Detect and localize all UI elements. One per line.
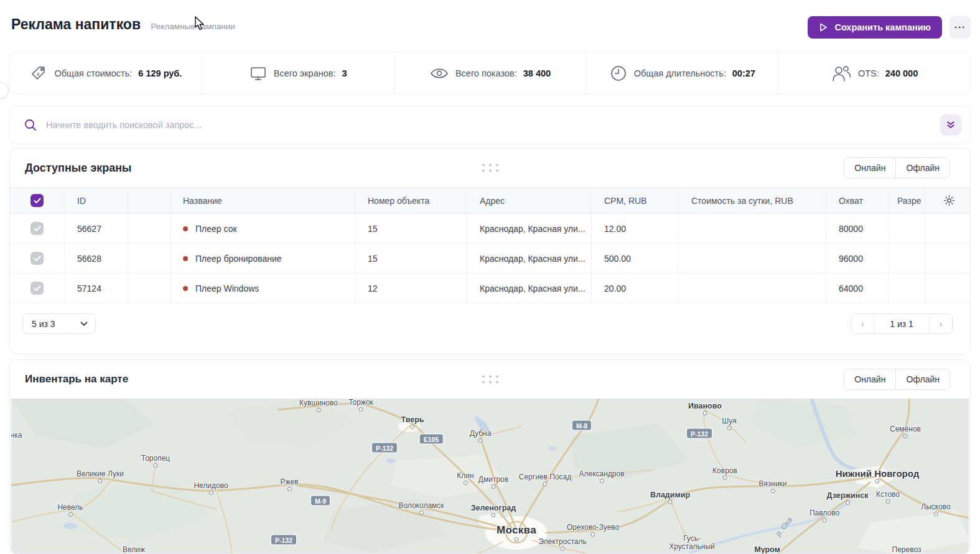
row-checkbox[interactable] [30, 282, 44, 295]
road-badge: Р-132 [271, 535, 296, 545]
search-input[interactable] [46, 120, 940, 130]
table-footer: 5 из 3 ‹ 1 из 1 › [10, 303, 970, 344]
table-row[interactable]: 56627 Плеер сок 15 Краснодар, Красная ул… [10, 214, 970, 244]
stat-value: 3 [342, 68, 347, 78]
offline-button[interactable]: Офлайн [896, 369, 950, 389]
cell-name: Плеер бронирование [170, 244, 355, 273]
status-dot-icon [183, 256, 188, 261]
prev-page-button[interactable]: ‹ [851, 314, 874, 333]
stat-label: OTS: [858, 68, 879, 78]
inventory-map-panel: Инвентарь на карте Онлайн Офлайн [9, 359, 971, 554]
table-row[interactable]: 56628 Плеер бронирование 15 Краснодар, К… [10, 244, 970, 274]
stat-value: 38 400 [523, 68, 551, 78]
stat-label: Общая длительность: [634, 68, 726, 78]
map-label: Перевоз [892, 545, 922, 553]
cell-id: 56627 [65, 214, 128, 243]
road-badge: Е105 [420, 435, 443, 444]
gear-icon[interactable] [943, 194, 956, 207]
next-page-button[interactable]: › [930, 314, 952, 333]
cell-resolution [889, 274, 926, 303]
drag-handle-icon[interactable] [482, 376, 498, 384]
available-screens-header: Доступные экраны Онлайн Офлайн [10, 149, 970, 187]
row-checkbox-cell [10, 214, 65, 243]
sidebar-collapse-handle[interactable] [0, 81, 9, 99]
cell-empty [128, 244, 170, 273]
page-size-select[interactable]: 5 из 3 [22, 313, 96, 334]
stat-value: 6 129 руб. [138, 68, 182, 78]
column-header-id: ID [65, 188, 128, 213]
map-label: Александров [579, 469, 624, 478]
map-label: Лысково [921, 502, 950, 511]
cell-address: Краснодар, Красная ули... [467, 214, 592, 243]
row-checkbox-cell [10, 274, 65, 303]
offline-button[interactable]: Офлайн [896, 158, 950, 178]
table-header-checkbox-cell [10, 188, 65, 213]
table-row[interactable]: 57124 Плеер Windows 12 Краснодар, Красна… [10, 274, 970, 303]
panel-title: Инвентарь на карте [25, 373, 128, 385]
cell-address: Краснодар, Красная ули... [467, 274, 592, 303]
map-label: Москва [497, 524, 536, 537]
map-label: Торопец [141, 454, 170, 463]
stats-bar: $ Общая стоимость: 6 129 руб. Всего экра… [9, 52, 971, 95]
cell-reach: 96000 [826, 244, 889, 273]
column-header-empty [128, 188, 170, 213]
price-tag-icon: $ [29, 64, 48, 83]
stat-value: 00:27 [732, 68, 755, 78]
map-label: Иваново [688, 402, 722, 410]
cell-id: 57124 [65, 274, 128, 303]
row-checkbox[interactable] [30, 222, 44, 235]
road-badge: Р-132 [687, 429, 712, 438]
page-title: Реклама напитков [11, 16, 141, 33]
map-label: Невель [57, 503, 83, 512]
search-bar [9, 106, 971, 144]
column-header-object-number: Номер объекта [355, 188, 467, 213]
campaign-page: Реклама напитков Рекламные кампании Сохр… [0, 0, 980, 554]
map-label: Шуя [722, 417, 736, 425]
road-badge: Р-132 [372, 443, 397, 453]
map-label: Дзержинск [827, 491, 869, 500]
cell-actions [926, 214, 970, 243]
map-label: Клин [457, 471, 474, 480]
online-offline-toggle: Онлайн Офлайн [844, 369, 950, 390]
map-label: Нелидово [194, 481, 228, 490]
online-button[interactable]: Онлайн [844, 369, 896, 389]
cell-empty [128, 274, 170, 303]
cell-cpm: 500.00 [592, 244, 679, 273]
map-label: Торжок [348, 399, 373, 407]
row-checkbox[interactable] [30, 252, 44, 265]
status-dot-icon [183, 286, 188, 291]
select-all-checkbox[interactable] [30, 194, 44, 207]
map-label: Орехово-Зуево [567, 523, 620, 532]
status-dot-icon [183, 226, 188, 231]
more-actions-button[interactable]: ··· [950, 16, 971, 39]
eye-icon [429, 66, 449, 81]
map-label: Кстово [876, 490, 900, 499]
cell-daily-cost [679, 214, 826, 243]
screen-name: Плеер бронирование [195, 254, 282, 264]
table-settings-cell [926, 188, 970, 213]
online-button[interactable]: Онлайн [844, 158, 896, 178]
drag-handle-icon[interactable] [482, 164, 498, 172]
cell-cpm: 20.00 [592, 274, 679, 303]
cell-cpm: 12.00 [592, 214, 679, 243]
available-screens-panel: Доступные экраны Онлайн Офлайн ID Назван… [9, 148, 971, 354]
column-header-cpm: CPM, RUB [592, 188, 679, 213]
stat-ots: OTS: 240 000 [778, 52, 970, 94]
cell-address: Краснодар, Красная ули... [467, 244, 592, 273]
map-canvas[interactable]: Кувшиново Торжок Тверь Дубна Иваново Шуя… [11, 399, 969, 553]
road-badge: М-8 [572, 421, 591, 430]
save-campaign-button[interactable]: Сохранить кампанию [808, 16, 942, 39]
cell-actions [926, 244, 970, 273]
map-label: Тверь [401, 415, 424, 424]
map-label: Хрустальный [669, 542, 715, 551]
map-label: Сергиев Посад [519, 473, 571, 481]
page-indicator: 1 из 1 [874, 314, 930, 333]
cell-reach: 80000 [826, 214, 889, 243]
stat-label: Всего экранов: [274, 68, 336, 78]
road-badge: М-9 [311, 496, 330, 506]
stat-total-cost: $ Общая стоимость: 6 129 руб. [10, 52, 202, 94]
map-label: Муром [754, 545, 780, 553]
cell-name: Плеер сок [170, 214, 355, 243]
map-label: Павлово [810, 509, 839, 517]
expand-filters-button[interactable] [940, 114, 961, 136]
